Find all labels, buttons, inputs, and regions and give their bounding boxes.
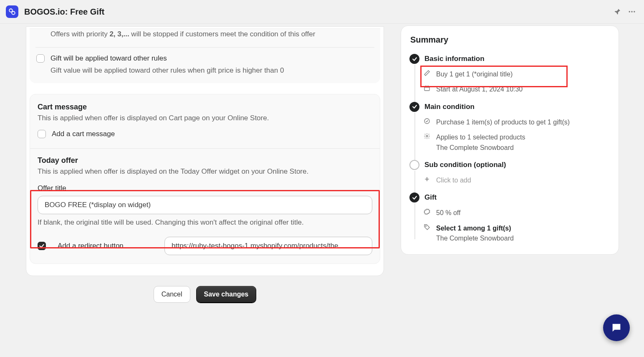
- add-cart-message-label: Add a cart message: [52, 130, 115, 138]
- calendar-icon: [423, 85, 431, 91]
- svg-rect-5: [424, 86, 429, 91]
- today-offer-title: Today offer: [38, 156, 372, 165]
- redirect-checkbox[interactable]: [38, 242, 46, 250]
- summary-gift-section: Gift 50 % off Select 1 among 1 gift(s) T…: [409, 192, 610, 243]
- check-bullet-icon: [409, 102, 419, 112]
- summary-start: Start at August 1, 2024 10:30: [423, 79, 610, 94]
- app-logo-icon: [6, 5, 18, 18]
- today-offer-desc: This is applied when offer is displayed …: [38, 167, 372, 176]
- gear-icon: [423, 133, 431, 139]
- open-bullet-icon: [409, 160, 419, 170]
- summary-gift-select: Select 1 among 1 gift(s) The Complete Sn…: [423, 218, 610, 243]
- svg-point-1: [12, 11, 15, 15]
- svg-point-3: [631, 11, 632, 12]
- cart-message-title: Cart message: [38, 103, 372, 111]
- cancel-button[interactable]: Cancel: [154, 286, 190, 303]
- svg-point-0: [9, 9, 13, 12]
- redirect-label: Add a redirect button: [58, 242, 124, 250]
- add-cart-message-checkbox[interactable]: [38, 130, 46, 138]
- summary-basic-section: Basic information Buy 1 get 1 (*original…: [409, 54, 610, 94]
- check-bullet-icon: [409, 192, 419, 203]
- apply-toward-row[interactable]: Gift will be applied toward other rules: [36, 48, 374, 65]
- offer-title-helper: If blank, the original title will be use…: [38, 218, 372, 227]
- pin-icon[interactable]: [611, 5, 624, 18]
- chat-icon: [611, 322, 622, 334]
- svg-point-4: [634, 11, 635, 12]
- summary-offer-name[interactable]: Buy 1 get 1 (*original title): [423, 64, 610, 79]
- apply-toward-checkbox[interactable]: [36, 54, 45, 63]
- redirect-url-input[interactable]: [164, 237, 372, 255]
- summary-card: Summary Basic information Buy 1 get: [401, 25, 619, 255]
- summary-main-section: Main condition Purchase 1 item(s) of pro…: [409, 102, 610, 152]
- svg-point-7: [426, 135, 428, 137]
- cart-message-desc: This is applied when offer is displayed …: [38, 114, 372, 122]
- summary-sub-section: Sub condition (optional) Click to add: [409, 160, 610, 185]
- discount-icon: [423, 208, 431, 215]
- summary-main-applies: Applies to 1 selected products The Compl…: [423, 127, 610, 152]
- cart-message-section: Cart message This is applied when offer …: [38, 103, 372, 141]
- tag-icon: [423, 224, 431, 230]
- priority-card: Offers with priority 2, 3,... will be st…: [30, 28, 380, 83]
- cart-today-card: Cart message This is applied when offer …: [30, 94, 380, 264]
- svg-point-6: [424, 119, 429, 124]
- add-cart-message-row[interactable]: Add a cart message: [38, 130, 372, 141]
- app-title: BOGOS.io: Free Gift: [24, 7, 104, 17]
- check-bullet-icon: [409, 54, 419, 64]
- priority-text: Offers with priority 2, 3,... will be st…: [36, 29, 374, 47]
- apply-toward-desc: Gift value will be applied toward other …: [36, 65, 374, 83]
- today-offer-section: Today offer This is applied when offer i…: [38, 156, 372, 255]
- summary-title: Summary: [410, 35, 610, 45]
- plus-icon: [423, 176, 431, 182]
- form-actions: Cancel Save changes: [26, 286, 384, 303]
- check-circle-icon: [423, 118, 431, 124]
- redirect-row: Add a redirect button: [38, 237, 372, 255]
- offer-title-label: Offer title: [38, 184, 372, 192]
- summary-main-condition: Purchase 1 item(s) of products to get 1 …: [423, 112, 610, 127]
- summary-sub-add[interactable]: Click to add: [423, 170, 610, 185]
- form-card: Offers with priority 2, 3,... will be st…: [26, 26, 384, 276]
- summary-gift-pct: 50 % off: [423, 203, 610, 218]
- apply-toward-label: Gift will be applied toward other rules: [51, 54, 167, 63]
- save-button[interactable]: Save changes: [196, 286, 257, 303]
- svg-point-2: [629, 11, 630, 12]
- chat-button[interactable]: [603, 314, 630, 341]
- offer-title-input[interactable]: [38, 196, 372, 214]
- pencil-icon: [423, 70, 431, 76]
- topbar: BOGOS.io: Free Gift: [0, 0, 644, 24]
- more-icon[interactable]: [626, 5, 638, 18]
- svg-point-8: [425, 225, 426, 226]
